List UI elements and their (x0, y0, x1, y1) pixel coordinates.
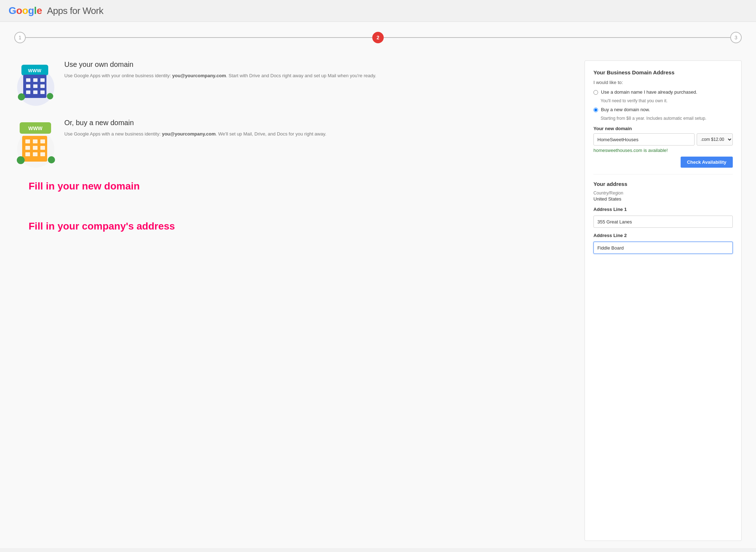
yellow-building-illustration: WWW (14, 119, 57, 170)
address2-input[interactable] (593, 242, 733, 254)
radio-existing-domain[interactable] (593, 90, 598, 95)
option1-sub-text: You'll need to verify that you own it. (601, 98, 733, 103)
app-header: Google Apps for Work (0, 0, 756, 22)
svg-rect-6 (40, 78, 45, 82)
svg-rect-19 (25, 139, 30, 143)
progress-line-1 (26, 37, 372, 38)
svg-rect-22 (25, 146, 30, 150)
google-logo: Google Apps for Work (9, 5, 103, 16)
svg-rect-25 (25, 152, 30, 156)
svg-text:WWW: WWW (28, 68, 42, 73)
left-panel: WWW (14, 60, 585, 541)
would-like-label: I would like to: (593, 80, 733, 85)
fill-domain-label-container: Fill in your new domain (14, 181, 570, 192)
svg-rect-20 (33, 139, 38, 143)
new-domain-label: Your new domain (593, 126, 733, 131)
availability-status: homesweethouses.com is available! (593, 148, 733, 153)
buy-domain-title: Or, buy a new domain (64, 119, 326, 127)
svg-rect-10 (26, 90, 30, 94)
address-section: Your address Country/Region United State… (593, 181, 733, 254)
app-title: Apps for Work (47, 5, 103, 16)
svg-point-14 (47, 93, 53, 99)
buy-domain-section: WWW (14, 119, 570, 170)
country-value: United States (593, 196, 733, 202)
section-divider (593, 174, 733, 174)
domain-input[interactable] (593, 133, 695, 146)
svg-point-28 (17, 156, 25, 164)
svg-rect-12 (40, 90, 45, 94)
logo-e: e (36, 5, 42, 16)
svg-rect-5 (33, 78, 38, 82)
step-1: 1 (14, 32, 26, 43)
use-own-domain-section: WWW (14, 60, 570, 108)
logo-g2: g (28, 5, 34, 16)
svg-rect-23 (33, 146, 38, 150)
logo-o1: o (16, 5, 22, 16)
radio-new-domain[interactable] (593, 108, 598, 112)
fill-domain-label: Fill in your new domain (29, 181, 570, 192)
fill-address-label-container: Fill in your company's address (14, 221, 570, 232)
domain-section-title: Your Business Domain Address (593, 69, 733, 75)
progress-line-2 (384, 37, 730, 38)
address-section-title: Your address (593, 181, 733, 187)
progress-bar: 1 2 3 (0, 22, 756, 53)
svg-rect-7 (26, 84, 30, 88)
domain-input-row: .com $12.00 .net $10.00 .org $10.00 (593, 133, 733, 146)
check-availability-button[interactable]: Check Availability (681, 157, 733, 168)
svg-rect-26 (33, 152, 38, 156)
svg-point-29 (48, 156, 55, 163)
address1-input[interactable] (593, 216, 733, 228)
use-own-domain-title: Use your own domain (64, 60, 376, 69)
use-own-domain-description: Use Google Apps with your online busines… (64, 72, 376, 79)
svg-rect-24 (40, 146, 45, 150)
fill-address-label: Fill in your company's address (29, 221, 570, 232)
blue-building-illustration: WWW (14, 60, 57, 108)
tld-select[interactable]: .com $12.00 .net $10.00 .org $10.00 (697, 133, 733, 146)
main-content: WWW (0, 53, 756, 548)
svg-point-13 (18, 93, 25, 100)
use-own-domain-info: Use your own domain Use Google Apps with… (64, 60, 376, 79)
svg-rect-11 (33, 90, 38, 94)
step-2: 2 (372, 32, 384, 43)
radio-option-existing[interactable]: Use a domain name I have already purchas… (593, 89, 733, 95)
radio-option-new[interactable]: Buy a new domain now. (593, 107, 733, 112)
radio-existing-label: Use a domain name I have already purchas… (601, 89, 697, 95)
buy-domain-description: Use Google Apps with a new business iden… (64, 130, 326, 138)
svg-text:WWW: WWW (28, 125, 43, 131)
step-3: 3 (730, 32, 742, 43)
svg-rect-9 (40, 84, 45, 88)
svg-rect-21 (40, 139, 45, 143)
logo-o2: o (22, 5, 28, 16)
option2-sub-text: Starting from $8 a year. Includes automa… (601, 116, 733, 121)
country-label: Country/Region (593, 191, 733, 196)
svg-rect-4 (26, 78, 30, 82)
svg-rect-8 (33, 84, 38, 88)
logo-g: G (9, 5, 16, 16)
svg-rect-27 (40, 152, 45, 156)
buy-domain-info: Or, buy a new domain Use Google Apps wit… (64, 119, 326, 138)
address1-label: Address Line 1 (593, 207, 733, 212)
right-panel: Your Business Domain Address I would lik… (585, 60, 742, 541)
radio-new-label: Buy a new domain now. (601, 107, 650, 112)
address2-label: Address Line 2 (593, 233, 733, 238)
